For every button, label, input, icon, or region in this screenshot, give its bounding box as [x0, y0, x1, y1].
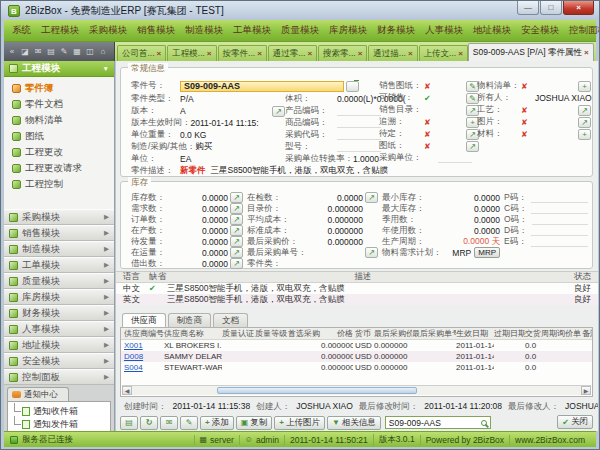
menu-item[interactable]: 工单模块 [228, 24, 276, 37]
document-tab[interactable]: 上传文...× [419, 45, 468, 61]
quick-toolbar-icon[interactable]: ✎ [58, 45, 70, 58]
tab-close-icon[interactable]: × [257, 49, 262, 58]
sidebar-module[interactable]: 人事模块 ▶ [4, 321, 114, 337]
quick-toolbar-icon[interactable]: ◫ [84, 45, 96, 58]
tab-close-icon[interactable]: × [307, 49, 312, 58]
open-link-button[interactable]: ↗ [230, 192, 243, 203]
maximize-button[interactable]: □ [540, 1, 562, 15]
notice-center-tab[interactable]: 通知中心 [7, 387, 69, 401]
menu-item[interactable]: 工程模块 [36, 24, 84, 37]
sidebar-module[interactable]: 采购模块 ▶ [4, 209, 114, 225]
scroll-left-arrow[interactable]: ◀ [122, 386, 132, 395]
document-tab[interactable]: 公司首...× [117, 45, 166, 61]
tab-close-icon[interactable]: × [408, 49, 413, 58]
sidebar-item[interactable]: 图纸 [4, 128, 114, 144]
part-number-field[interactable]: S09-009-AAS [180, 81, 344, 92]
delete-part-button[interactable] [346, 81, 359, 92]
active-tab[interactable]: S09-009-AAS [P/A] 零件属性 × [468, 43, 594, 61]
scrollbar-thumb[interactable] [217, 387, 417, 394]
menu-item[interactable]: 采购模块 [84, 24, 132, 37]
close-button[interactable]: × [563, 1, 594, 15]
tab-close-icon[interactable]: × [584, 48, 589, 57]
mrp-button[interactable]: MRP [474, 247, 500, 258]
menu-item[interactable]: 质量模块 [276, 24, 324, 37]
toolbar-button[interactable]: + 上传图片 [274, 416, 325, 430]
toolbar-icon-button[interactable]: ✎ [180, 416, 198, 430]
sidebar-module[interactable]: 地址模块 ▶ [4, 337, 114, 353]
sidebar-module[interactable]: 工单模块 ▶ [4, 257, 114, 273]
tab-close-icon[interactable]: × [358, 49, 363, 58]
document-tab[interactable]: 按零件...× [218, 45, 267, 61]
toolbar-icon-button[interactable]: ▤ [120, 416, 138, 430]
detail-tab[interactable]: 文档 [213, 313, 248, 327]
sidebar-module[interactable]: 安全模块 ▶ [4, 353, 114, 369]
horizontal-scrollbar[interactable]: ◀ ▶ [122, 385, 591, 395]
menu-item[interactable]: 销售模块 [132, 24, 180, 37]
table-row[interactable]: S004 STEWART-WAR... 0.000000 USD 0.00000… [121, 362, 592, 373]
close-panel-button[interactable]: ✔ 关闭 [557, 415, 593, 429]
supplier-id-link[interactable]: D008 [124, 352, 164, 361]
open-link-button[interactable]: ↗ [230, 247, 243, 258]
flag-action-button[interactable]: + [578, 81, 591, 92]
menu-item[interactable]: 控制面板 [564, 24, 600, 37]
sidebar-item[interactable]: 工程更改请求 [4, 160, 114, 176]
flag-action-button[interactable]: ↗ [466, 141, 479, 152]
language-row[interactable]: 英文 三星S8500智能手机，港版，双电双充，含贴膜 良好 [116, 294, 598, 305]
menu-item[interactable]: 系统 [7, 24, 36, 37]
toolbar-icon-button[interactable]: ↻ [140, 416, 158, 430]
toolbar-button[interactable]: ▣ 复制 [236, 416, 273, 430]
toolbar-icon-button[interactable]: ✉ [160, 416, 178, 430]
search-icon[interactable] [481, 420, 487, 426]
toolbar-button[interactable]: ▼ 相关信息 [327, 416, 381, 430]
quick-toolbar-icon[interactable]: ▦ [71, 45, 83, 58]
document-tab[interactable]: 搜索零...× [318, 45, 367, 61]
detail-tab[interactable]: 制造商 [168, 313, 212, 327]
detail-tab[interactable]: 供应商 [122, 313, 166, 327]
quick-toolbar-icon[interactable]: ▤ [45, 45, 57, 58]
supplier-id-link[interactable]: X001 [124, 341, 164, 350]
notice-item[interactable]: 通知发件箱 [8, 418, 110, 431]
notice-item[interactable]: 通知收件箱 [8, 405, 110, 418]
sidebar-item[interactable]: 零件簿 [4, 80, 114, 96]
menu-item[interactable]: 人事模块 [420, 24, 468, 37]
open-link-button[interactable]: ↗ [365, 192, 378, 203]
flag-action-button[interactable]: ↗ [578, 117, 591, 128]
quick-toolbar-icon[interactable]: ◪ [19, 45, 31, 58]
quick-toolbar-icon[interactable]: ⌂ [97, 45, 109, 58]
sidebar-module[interactable]: 控制面板 ▶ [4, 369, 114, 385]
tab-close-icon[interactable]: × [157, 49, 162, 58]
document-tab[interactable]: 通过零...× [268, 45, 317, 61]
menu-item[interactable]: 安全模块 [516, 24, 564, 37]
search-input[interactable] [389, 418, 471, 428]
sidebar-module[interactable]: 库房模块 ▶ [4, 289, 114, 305]
menu-item[interactable]: 财务模块 [372, 24, 420, 37]
quick-toolbar-icon[interactable]: ✉ [32, 45, 44, 58]
sidebar-item[interactable]: 工程控制 [4, 176, 114, 192]
menu-item[interactable]: 库房模块 [324, 24, 372, 37]
sidebar-item[interactable]: 零件文档 [4, 96, 114, 112]
flag-action-button[interactable]: ↗ [578, 105, 591, 116]
document-tab[interactable]: 工程模...× [167, 45, 216, 61]
sidebar-module[interactable]: 销售模块 ▶ [4, 225, 114, 241]
tab-close-icon[interactable]: × [458, 49, 463, 58]
language-row[interactable]: 中文 ✔ 三星S8500智能手机，港版，双电双充，含贴膜 良好 [116, 283, 598, 294]
open-link-button[interactable]: ↗ [230, 258, 243, 269]
table-row[interactable]: D008 SAMMY DELARO 0.000000 USD 0.000000 … [121, 351, 592, 362]
tab-close-icon[interactable]: × [207, 49, 212, 58]
flag-action-button[interactable]: + [578, 129, 591, 140]
menu-item[interactable]: 地址模块 [468, 24, 516, 37]
open-link-button[interactable]: ↗ [230, 225, 243, 236]
open-link-button[interactable]: ↗ [230, 214, 243, 225]
scroll-right-arrow[interactable]: ▶ [581, 386, 591, 395]
sidebar-module[interactable]: 财务模块 ▶ [4, 305, 114, 321]
open-link-button[interactable]: ↗ [365, 247, 378, 258]
open-link-button[interactable]: ↗ [230, 203, 243, 214]
sidebar-module[interactable]: 制造模块 ▶ [4, 241, 114, 257]
sidebar-item[interactable]: 工程更改 [4, 144, 114, 160]
open-link-button[interactable]: ↗ [272, 106, 285, 117]
supplier-id-link[interactable]: S004 [124, 363, 164, 372]
toolbar-button[interactable]: + 添加 [200, 416, 234, 430]
minimize-button[interactable]: — [517, 1, 539, 15]
menu-item[interactable]: 制造模块 [180, 24, 228, 37]
quick-toolbar-icon[interactable]: « [6, 45, 18, 58]
